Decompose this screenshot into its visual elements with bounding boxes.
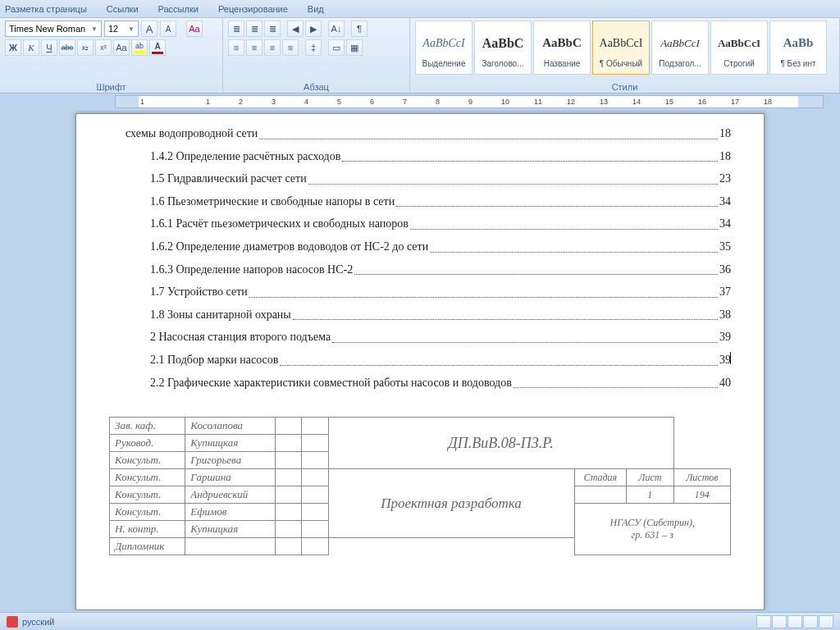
ribbon-group-styles: AaBbCcIВыделениеAaBbCЗаголово...AaBbCНаз… bbox=[410, 18, 840, 93]
font-size-value: 12 bbox=[108, 24, 118, 34]
font-family-combo[interactable]: Times New Roman▼ bbox=[5, 21, 102, 37]
superscript-button[interactable]: x² bbox=[95, 39, 112, 56]
view-buttons bbox=[756, 615, 833, 628]
style-label: Выделение bbox=[418, 59, 470, 68]
tb-organization: НГАСУ (Сибстрин), гр. 631 – з bbox=[574, 504, 730, 555]
toc-page: 34 bbox=[719, 216, 731, 232]
toc-text: 1.6.2 Определение диаметров водоводов от… bbox=[150, 239, 428, 255]
grow-font-button[interactable]: A bbox=[141, 21, 158, 37]
tb-role: Н. контр. bbox=[110, 521, 185, 538]
toc-page: 39 bbox=[719, 352, 731, 368]
tb-main-title: Проектная разработка bbox=[328, 469, 574, 538]
title-block-table: Зав. каф. Косолапова ДП.ВиВ.08-ПЗ.Р. Рук… bbox=[109, 417, 731, 555]
show-marks-button[interactable]: ¶ bbox=[351, 21, 368, 37]
style-label: Заголово... bbox=[477, 59, 529, 68]
line-spacing-button[interactable]: ‡ bbox=[305, 39, 322, 56]
decrease-indent-button[interactable]: ◀ bbox=[287, 21, 304, 37]
font-color-button[interactable]: A bbox=[149, 39, 166, 56]
ruler-tick: 11 bbox=[534, 98, 542, 106]
menu-review[interactable]: Рецензирование bbox=[218, 4, 288, 14]
italic-button[interactable]: К bbox=[23, 39, 39, 56]
menu-view[interactable]: Вид bbox=[308, 4, 324, 14]
numbering-button[interactable]: ≣ bbox=[246, 21, 262, 37]
menu-references[interactable]: Ссылки bbox=[107, 4, 139, 14]
ruler-tick: 18 bbox=[764, 98, 772, 106]
style-item-5[interactable]: AaBbCcIСтрогий bbox=[710, 21, 768, 75]
strikethrough-button[interactable]: abc bbox=[59, 39, 75, 56]
toc-leader bbox=[354, 262, 718, 276]
style-item-0[interactable]: AaBbCcIВыделение bbox=[415, 21, 472, 75]
highlight-button[interactable]: ab bbox=[131, 39, 148, 56]
toc-page: 18 bbox=[719, 148, 731, 165]
view-draft-button[interactable] bbox=[819, 615, 833, 628]
view-print-layout-button[interactable] bbox=[756, 615, 771, 628]
font-group-label: Шрифт bbox=[5, 81, 217, 93]
toc-leader bbox=[396, 194, 718, 208]
tb-name: Ефимов bbox=[185, 504, 276, 521]
change-case-button[interactable]: Aa bbox=[113, 39, 130, 56]
increase-indent-button[interactable]: ▶ bbox=[305, 21, 322, 37]
style-item-4[interactable]: AaBbCcIПодзагол... bbox=[651, 21, 709, 75]
style-item-6[interactable]: AaBb¶ Без инт bbox=[769, 21, 827, 75]
ribbon-group-paragraph: ≣ ≣ ≣ ◀ ▶ A↓ ¶ ≡ ≡ ≡ ≡ ‡ ▭ ▦ bbox=[223, 18, 410, 93]
style-item-2[interactable]: AaBbCНазвание bbox=[533, 21, 591, 75]
toc-line: 1.6.3 Определение напоров насосов НС-236 bbox=[109, 262, 731, 278]
toc-line: схемы водопроводной сети 18 bbox=[109, 126, 731, 142]
shrink-font-button[interactable]: A bbox=[160, 21, 176, 37]
subscript-button[interactable]: x₂ bbox=[77, 39, 94, 56]
view-outline-button[interactable] bbox=[803, 615, 818, 628]
bullets-button[interactable]: ≣ bbox=[228, 21, 244, 37]
style-item-1[interactable]: AaBbCЗаголово... bbox=[474, 21, 532, 75]
menu-mailings[interactable]: Рассылки bbox=[158, 4, 199, 14]
tb-date bbox=[302, 418, 328, 435]
style-label: Строгий bbox=[713, 59, 765, 68]
ruler-area: 1123456789101112131415161718 bbox=[0, 94, 840, 110]
view-web-layout-button[interactable] bbox=[788, 615, 802, 628]
language-label[interactable]: русский bbox=[22, 617, 54, 627]
status-bar: русский bbox=[0, 612, 840, 630]
toc-line: 1.5 Гидравлический расчет сети23 bbox=[109, 171, 731, 187]
horizontal-ruler[interactable]: 1123456789101112131415161718 bbox=[115, 95, 824, 108]
multilevel-button[interactable]: ≣ bbox=[264, 21, 281, 37]
tb-h-sheet: Лист bbox=[627, 469, 674, 486]
align-right-button[interactable]: ≡ bbox=[264, 39, 281, 56]
tb-name bbox=[185, 538, 276, 555]
toc-text: 1.5 Гидравлический расчет сети bbox=[150, 171, 307, 187]
align-left-button[interactable]: ≡ bbox=[228, 39, 244, 56]
style-label: Подзагол... bbox=[654, 59, 706, 68]
toc-page: 36 bbox=[719, 262, 731, 278]
toc-text: 2.2 Графические характеристики совместно… bbox=[150, 375, 512, 391]
borders-button[interactable]: ▦ bbox=[346, 39, 363, 56]
font-size-combo[interactable]: 12▼ bbox=[104, 21, 139, 37]
shading-button[interactable]: ▭ bbox=[328, 39, 345, 56]
style-preview: AaBbCcI bbox=[660, 28, 700, 59]
highlight-swatch bbox=[134, 51, 145, 53]
view-full-screen-button[interactable] bbox=[772, 615, 787, 628]
tb-role: Зав. каф. bbox=[110, 418, 185, 435]
toc-line: 1.7 Устройство сети37 bbox=[109, 284, 731, 300]
align-justify-button[interactable]: ≡ bbox=[282, 39, 299, 56]
align-center-button[interactable]: ≡ bbox=[246, 39, 262, 56]
menu-page-layout[interactable]: Разметка страницы bbox=[5, 4, 87, 14]
tb-v-stage bbox=[574, 486, 626, 504]
ruler-tick: 2 bbox=[239, 98, 243, 106]
style-preview: AaBbC bbox=[542, 28, 582, 59]
language-icon bbox=[7, 616, 18, 628]
toc-page: 23 bbox=[719, 171, 731, 187]
tb-h-sheets: Листов bbox=[673, 469, 730, 486]
style-item-3[interactable]: AaBbCcI¶ Обычный bbox=[592, 21, 650, 75]
bold-button[interactable]: Ж bbox=[5, 39, 21, 56]
clear-formatting-button[interactable]: Aa bbox=[186, 21, 203, 37]
page[interactable]: схемы водопроводной сети 181.4.2 Определ… bbox=[75, 113, 765, 610]
ruler-tick: 7 bbox=[403, 98, 407, 106]
tb-name: Косолапова bbox=[185, 418, 276, 435]
style-preview: AaBbC bbox=[482, 28, 524, 59]
ruler-tick: 5 bbox=[337, 98, 341, 106]
font-family-value: Times New Roman bbox=[9, 24, 85, 34]
underline-button[interactable]: Ч bbox=[41, 39, 57, 56]
toc-line: 2.1 Подбор марки насосов39 bbox=[109, 352, 731, 368]
ruler-tick: 6 bbox=[370, 98, 374, 106]
sort-button[interactable]: A↓ bbox=[328, 21, 345, 37]
style-preview: AaBbCcI bbox=[600, 28, 643, 59]
toc-leader bbox=[410, 216, 718, 230]
